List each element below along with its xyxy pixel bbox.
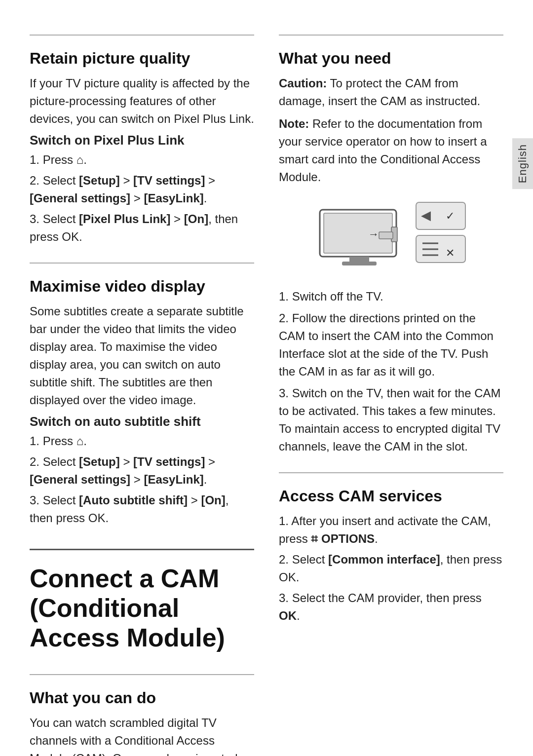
maximise-title: Maximise video display xyxy=(30,277,254,296)
cam-step-3: 3. Switch on the TV, then wait for the C… xyxy=(279,384,503,455)
access-cam-step-2: 2. Select [Common interface], then press… xyxy=(279,551,503,586)
remote-svg: ◀ ✓ ✕ xyxy=(414,200,468,279)
cam-step-2: 2. Follow the directions printed on the … xyxy=(279,309,503,380)
cam-step-1: 1. Switch off the TV. xyxy=(279,288,503,305)
note-text: Note: Refer to the documentation from yo… xyxy=(279,115,503,186)
maximise-body: Some subtitles create a separate subtitl… xyxy=(30,302,254,409)
maximise-step-2: 2. Select [Setup] > [TV settings] > [Gen… xyxy=(30,453,254,489)
retain-step-2: 2. Select [Setup] > [TV settings] > [Gen… xyxy=(30,172,254,207)
svg-text:✓: ✓ xyxy=(446,210,455,222)
svg-rect-5 xyxy=(379,232,393,239)
svg-text:→: → xyxy=(368,228,379,240)
what-you-need-title: What you need xyxy=(279,49,503,68)
page-container: English Retain picture quality If your T… xyxy=(0,0,533,756)
svg-text:◀: ◀ xyxy=(421,208,431,223)
auto-subtitle-shift-title: Switch on auto subtitle shift xyxy=(30,414,254,429)
access-cam-title: Access CAM services xyxy=(279,487,503,505)
svg-rect-3 xyxy=(342,262,377,265)
access-cam-step-1: 1. After you insert and activate the CAM… xyxy=(279,512,503,548)
svg-text:✕: ✕ xyxy=(446,247,455,259)
english-tab: English xyxy=(512,138,533,189)
retain-step-3: 3. Select [Pixel Plus Link] > [On], then… xyxy=(30,210,254,246)
retain-body: If your TV picture quality is affected b… xyxy=(30,75,254,128)
connect-cam-section: Connect a CAM (Conditional Access Module… xyxy=(30,549,254,674)
svg-rect-2 xyxy=(349,257,369,262)
what-you-can-do-body1: You can watch scrambled digital TV chann… xyxy=(30,714,254,756)
retain-picture-section: Retain picture quality If your TV pictur… xyxy=(30,35,254,263)
caution-text: Caution: To protect the CAM from damage,… xyxy=(279,75,503,110)
tv-svg: → xyxy=(315,207,404,271)
retain-title: Retain picture quality xyxy=(30,49,254,68)
retain-step-1: 1. Press ⌂. xyxy=(30,151,254,169)
note-body: Refer to the documentation from your ser… xyxy=(279,117,487,184)
maximise-step-1: 1. Press ⌂. xyxy=(30,432,254,450)
main-content: Retain picture quality If your TV pictur… xyxy=(0,20,533,756)
note-label: Note: xyxy=(279,117,309,130)
what-you-can-do-section: What you can do You can watch scrambled … xyxy=(30,674,254,756)
left-column: Retain picture quality If your TV pictur… xyxy=(30,35,254,756)
access-cam-section: Access CAM services 1. After you insert … xyxy=(279,472,503,642)
what-you-need-section: What you need Caution: To protect the CA… xyxy=(279,35,503,472)
pixel-plus-link-title: Switch on Pixel Plus Link xyxy=(30,133,254,148)
maximise-step-3: 3. Select [Auto subtitle shift] > [On], … xyxy=(30,491,254,527)
maximise-video-section: Maximise video display Some subtitles cr… xyxy=(30,263,254,544)
right-column: What you need Caution: To protect the CA… xyxy=(279,35,503,756)
what-you-can-do-title: What you can do xyxy=(30,689,254,707)
cam-illustration-area: → ◀ ✓ xyxy=(279,200,503,279)
access-cam-step-3: 3. Select the CAM provider, then press O… xyxy=(279,589,503,625)
caution-label: Caution: xyxy=(279,76,327,90)
connect-cam-title: Connect a CAM (Conditional Access Module… xyxy=(30,564,254,652)
